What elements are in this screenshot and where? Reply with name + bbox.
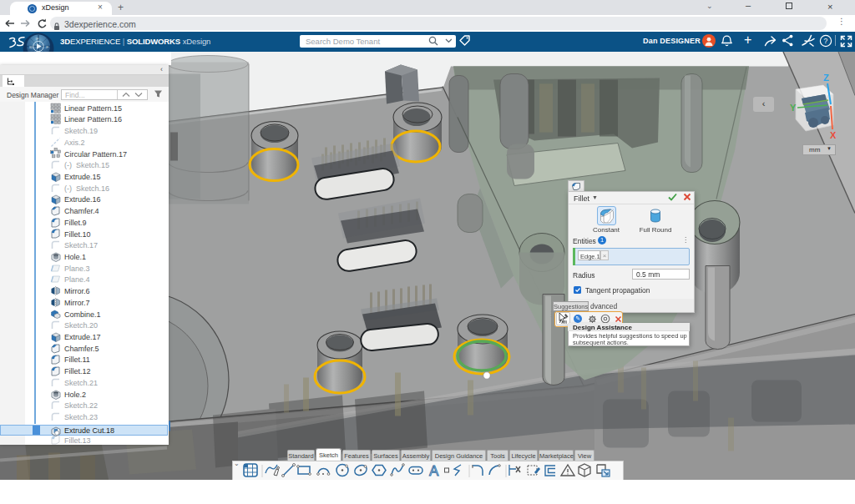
- svg-text:3D: 3D: [29, 45, 33, 49]
- svg-text:?: ?: [824, 37, 828, 45]
- svg-text:Y: Y: [790, 103, 797, 113]
- svg-text:IF: IF: [46, 45, 49, 49]
- svg-text:A: A: [429, 463, 439, 479]
- svg-text:Z: Z: [823, 73, 829, 83]
- svg-text:IF: IF: [36, 37, 39, 41]
- svg-text:X: X: [830, 130, 837, 140]
